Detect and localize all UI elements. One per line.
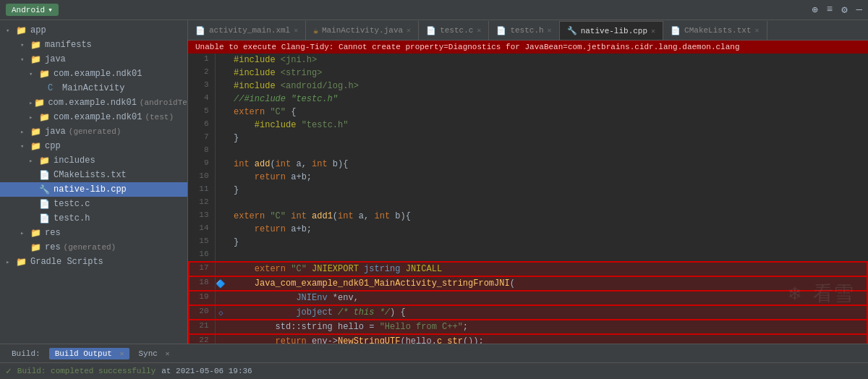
line-number: 21 — [189, 320, 215, 334]
sidebar-item-suffix: (generated) — [69, 127, 122, 136]
sidebar-item-res-generated[interactable]: 📁 res (generated) — [0, 240, 187, 255]
sidebar-item-res[interactable]: ▸ 📁 res — [0, 226, 187, 240]
c-file-icon: 📄 — [426, 26, 436, 35]
minimize-icon[interactable]: — — [856, 4, 862, 16]
tab-native-lib-cpp[interactable]: 🔧 native-lib.cpp ✕ — [560, 21, 663, 40]
sidebar-item-java-generated[interactable]: ▸ 📁 java (generated) — [0, 124, 187, 139]
line-number: 14 — [189, 223, 215, 236]
arrow-icon: ▾ — [20, 41, 29, 49]
folder-icon: 📁 — [30, 54, 42, 65]
code-line-22: 22 return env->NewStringUTF(hello.c_str(… — [189, 334, 867, 344]
line-number: 5 — [189, 106, 215, 119]
tab-testc-c[interactable]: 📄 testc.c ✕ — [419, 21, 489, 40]
sidebar-item-suffix: (test) — [145, 113, 174, 122]
tab-label: testc.c — [440, 26, 473, 35]
close-icon[interactable]: ✕ — [407, 26, 411, 35]
line-number: 13 — [189, 210, 215, 223]
code-line-10: 10 return a+b; — [189, 171, 867, 184]
line-code: jobject /* this */) { — [226, 305, 867, 320]
settings-icon[interactable]: ⚙ — [841, 4, 847, 16]
code-line-1: 1 #include <jni.h> — [189, 54, 867, 67]
tab-activity-main-xml[interactable]: 📄 activity_main.xml ✕ — [188, 21, 306, 40]
close-icon[interactable]: ✕ — [119, 350, 124, 358]
line-number: 17 — [189, 262, 215, 276]
line-number: 15 — [189, 236, 215, 249]
android-badge[interactable]: Android ▾ — [6, 4, 59, 16]
code-line-12: 12 — [189, 197, 867, 210]
gutter — [215, 80, 226, 93]
gutter — [215, 119, 226, 132]
sidebar-item-package[interactable]: ▾ 📁 com.example.ndk01 — [0, 67, 187, 81]
close-icon[interactable]: ✕ — [166, 350, 170, 358]
sidebar-item-test[interactable]: ▸ 📁 com.example.ndk01 (test) — [0, 110, 187, 124]
gutter — [215, 158, 226, 171]
close-icon[interactable]: ✕ — [477, 26, 481, 35]
code-line-7: 7 } — [189, 132, 867, 145]
code-line-13: 13 extern "C" int add1(int a, int b){ — [189, 210, 867, 223]
line-code — [226, 145, 867, 158]
top-bar-icons: ⊕ ≡ ⚙ — — [812, 4, 862, 16]
sidebar-item-testc-c[interactable]: 📄 testc.c — [0, 197, 187, 211]
tab-testc-h[interactable]: 📄 testc.h ✕ — [489, 21, 559, 40]
tab-cmakelists[interactable]: 📄 CMakeLists.txt ✕ — [663, 21, 767, 40]
gutter — [215, 54, 226, 67]
bottom-tab-build[interactable]: Build: — [6, 348, 46, 359]
watermark: ❄ 看雪 — [788, 280, 854, 307]
line-number: 11 — [189, 184, 215, 197]
sidebar-item-label: includes — [54, 156, 95, 166]
folder-icon: 📁 — [34, 98, 45, 108]
close-icon[interactable]: ✕ — [548, 26, 552, 35]
gutter — [215, 334, 226, 344]
line-number: 22 — [189, 334, 215, 344]
code-line-5: 5 extern "C" { — [189, 106, 867, 119]
close-icon[interactable]: ✕ — [294, 26, 298, 35]
sidebar-item-cmakelists[interactable]: 📄 CMakeLists.txt — [0, 168, 187, 182]
sidebar-item-label: testc.c — [54, 199, 90, 209]
line-number: 20 — [189, 305, 215, 320]
folder-icon: 📁 — [30, 127, 42, 137]
sidebar-item-label: Gradle Scripts — [30, 257, 103, 267]
bottom-tab-label: Build — [12, 349, 35, 358]
line-code: Java_com_example_ndk01_MainActivity_stri… — [226, 276, 867, 291]
sidebar-item-label: cpp — [45, 141, 61, 151]
sidebar-item-label: java — [45, 127, 66, 137]
bottom-tab-sync[interactable]: Sync ✕ — [132, 348, 175, 359]
line-number: 10 — [189, 171, 215, 184]
sidebar-item-androidtest[interactable]: ▸ 📁 com.example.ndk01 (androidTest) — [0, 95, 187, 110]
class-icon: C — [48, 83, 59, 93]
sidebar-item-cpp[interactable]: ▾ 📁 cpp — [0, 139, 187, 153]
code-line-18: 18 🔷 Java_com_example_ndk01_MainActivity… — [189, 276, 867, 291]
tab-mainactivity-java[interactable]: ☕ MainActivity.java ✕ — [306, 21, 419, 40]
sidebar-item-java[interactable]: ▾ 📁 java — [0, 52, 187, 67]
line-number: 3 — [189, 80, 215, 93]
close-icon[interactable]: ✕ — [755, 26, 760, 35]
sidebar-item-testc-h[interactable]: 📄 testc.h — [0, 211, 187, 226]
sidebar-item-gradle-scripts[interactable]: ▸ 📁 Gradle Scripts — [0, 255, 187, 269]
arrow-icon: ▸ — [29, 99, 33, 107]
tab-label: MainActivity.java — [322, 26, 403, 35]
h-file-icon: 📄 — [496, 26, 506, 35]
add-device-icon[interactable]: ⊕ — [812, 4, 817, 16]
folder-icon: 📁 — [39, 69, 51, 80]
line-number: 6 — [189, 119, 215, 132]
device-manager-icon[interactable]: ≡ — [827, 4, 833, 16]
project-sidebar[interactable]: ▾ 📁 app ▾ 📁 manifests ▾ 📁 java ▾ 📁 com.e… — [0, 20, 188, 344]
gutter — [215, 320, 226, 334]
gutter — [215, 106, 226, 119]
sidebar-item-manifests[interactable]: ▾ 📁 manifests — [0, 38, 187, 52]
error-bar: Unable to execute Clang-Tidy: Cannot cre… — [188, 41, 868, 54]
sidebar-item-native-lib[interactable]: 🔧 native-lib.cpp — [0, 182, 187, 197]
folder-icon: 📁 — [39, 156, 51, 166]
line-number: 4 — [189, 93, 215, 106]
close-icon[interactable]: ✕ — [651, 27, 655, 35]
sidebar-item-app[interactable]: ▾ 📁 app — [0, 23, 187, 38]
code-editor[interactable]: 1 #include <jni.h> 2 #include <string> 3… — [188, 54, 868, 344]
bottom-tab-build-output[interactable]: Build Output ✕ — [49, 348, 130, 359]
gutter — [215, 197, 226, 210]
sidebar-item-includes[interactable]: ▸ 📁 includes — [0, 153, 187, 168]
sidebar-item-mainactivity[interactable]: C MainActivity — [0, 81, 187, 95]
sidebar-item-label: java — [45, 54, 66, 64]
code-line-4: 4 //#include "testc.h" — [189, 93, 867, 106]
gutter — [215, 223, 226, 236]
line-number: 19 — [189, 291, 215, 305]
